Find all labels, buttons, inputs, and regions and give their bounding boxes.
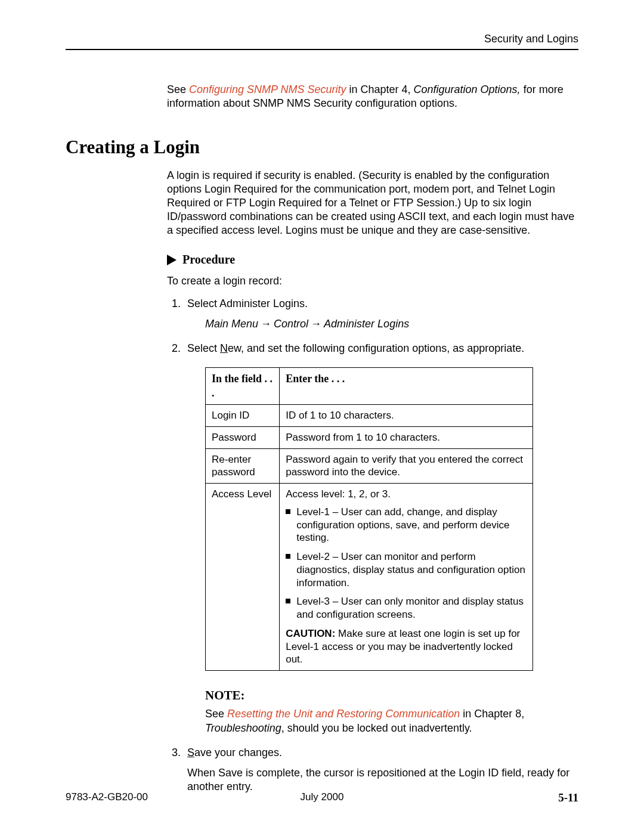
nav-path: Main Menu→Control→Administer Logins (205, 317, 578, 331)
table-row-access: Access Level Access level: 1, 2, or 3. L… (206, 484, 533, 671)
note-link[interactable]: Resetting the Unit and Restoring Communi… (227, 708, 460, 720)
note-heading: NOTE: (205, 688, 578, 704)
arrow-icon: → (308, 318, 324, 330)
cell-field: Password (206, 426, 280, 448)
nav-a: Main Menu (205, 318, 258, 330)
nav-c: Administer Logins (324, 318, 409, 330)
step2-pre: Select (187, 342, 220, 354)
footer-date: July 2000 (301, 791, 344, 803)
table-header-field: In the field . . . (206, 368, 280, 405)
level-1: Level-1 – User can add, change, and disp… (286, 506, 527, 544)
procedure-intro: To create a login record: (167, 275, 578, 287)
access-lead: Access level: 1, 2, or 3. (286, 488, 527, 501)
level-2: Level-2 – User can monitor and perform d… (286, 550, 527, 589)
cell-value: Password from 1 to 10 characters. (280, 426, 533, 448)
triangle-icon (167, 255, 177, 265)
step-3: Save your changes. When Save is complete… (184, 746, 578, 794)
note-post: , should you be locked out inadvertently… (281, 722, 472, 734)
config-options-table: In the field . . . Enter the . . . Login… (205, 367, 533, 671)
note-pre: See (205, 708, 227, 720)
note-chapref: Troubleshooting (205, 722, 281, 734)
section-heading: Creating a Login (66, 137, 578, 158)
access-levels-list: Level-1 – User can add, change, and disp… (286, 506, 527, 621)
footer-docnum: 9783-A2-GB20-00 (66, 791, 148, 803)
note-mid: in Chapter 8, (460, 708, 524, 720)
cell-value: ID of 1 to 10 characters. (280, 405, 533, 427)
step3-post: ave your changes. (194, 747, 282, 758)
section-body: A login is required if security is enabl… (167, 169, 578, 237)
procedure-label: Procedure (182, 253, 235, 267)
arrow-icon: → (258, 318, 274, 330)
intro-pre: See (167, 83, 189, 95)
intro-chapref: Configuration Options, (414, 83, 521, 95)
procedure-heading-row: Procedure (167, 253, 578, 267)
table-header-enter: Enter the . . . (280, 368, 533, 405)
step2-underline: N (220, 342, 228, 354)
level-3: Level-3 – User can only monitor and disp… (286, 595, 527, 621)
cell-field: Login ID (206, 405, 280, 427)
table-row: Password Password from 1 to 10 character… (206, 426, 533, 448)
nav-b: Control (274, 318, 308, 330)
cell-field: Re-enter password (206, 448, 280, 484)
note-body: See Resetting the Unit and Restoring Com… (205, 707, 578, 735)
cell-value: Password again to verify that you entere… (280, 448, 533, 484)
table-row: Login ID ID of 1 to 10 characters. (206, 405, 533, 427)
intro-paragraph: See Configuring SNMP NMS Security in Cha… (167, 83, 578, 110)
procedure-steps: Select Administer Logins. Main Menu→Cont… (167, 297, 578, 794)
header-rule (66, 49, 578, 50)
table-row: Re-enter password Password again to veri… (206, 448, 533, 484)
caution-label: CAUTION: (286, 628, 335, 639)
cell-field: Access Level (206, 484, 280, 671)
caution: CAUTION: Make sure at least one login is… (286, 627, 527, 666)
step-2: Select New, and set the following config… (184, 342, 578, 735)
footer-pagenum: 5-11 (558, 791, 578, 804)
note-block: NOTE: See Resetting the Unit and Restori… (205, 688, 578, 735)
cell-value-access: Access level: 1, 2, or 3. Level-1 – User… (280, 484, 533, 671)
step3-followup: When Save is complete, the cursor is rep… (187, 766, 578, 794)
step2-post: ew, and set the following configuration … (228, 342, 524, 354)
step3-underline: S (187, 747, 194, 758)
intro-link[interactable]: Configuring SNMP NMS Security (189, 83, 346, 95)
step-1: Select Administer Logins. Main Menu→Cont… (184, 297, 578, 331)
intro-mid: in Chapter 4, (346, 83, 413, 95)
step-1-text: Select Administer Logins. (187, 298, 308, 309)
page-header-title: Security and Logins (66, 33, 578, 45)
